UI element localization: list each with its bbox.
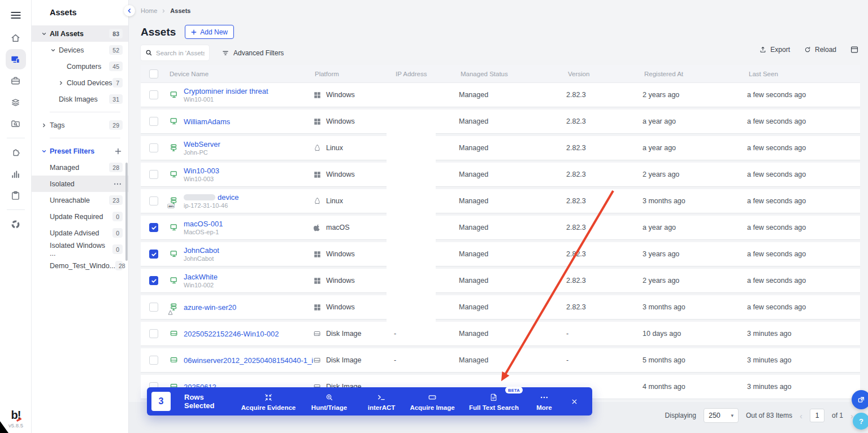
rail-assets-button[interactable] xyxy=(6,49,26,69)
row-checkbox[interactable] xyxy=(149,303,158,312)
advanced-filters-button[interactable]: Advanced Filters xyxy=(222,49,284,57)
table-row[interactable]: Cryptominer insider threatWin10-001 Wind… xyxy=(141,83,860,107)
item-menu-icon[interactable] xyxy=(114,182,121,186)
row-checkbox[interactable] xyxy=(149,90,158,99)
device-name-link[interactable]: Cryptominer insider threat xyxy=(184,87,268,95)
col-managed-status[interactable]: Managed Status xyxy=(459,71,566,77)
device-name-link[interactable]: azure-win-ser20 xyxy=(184,303,236,312)
rail-evidence-button[interactable] xyxy=(6,113,26,134)
bar-acquire-evidence-button[interactable]: Acquire Evidence xyxy=(237,387,300,415)
export-button[interactable]: Export xyxy=(759,46,790,54)
device-name-link[interactable]: JohnCabot xyxy=(184,246,219,255)
table-row[interactable]: azure-win-ser20 Windows Managed 2.82.3 3… xyxy=(141,295,860,320)
table-row[interactable]: JohnCabotJohnCabot Windows Managed 2.82.… xyxy=(141,242,860,266)
device-name-link[interactable]: WebServer xyxy=(184,140,220,148)
col-version[interactable]: Version xyxy=(566,71,643,77)
device-name-link[interactable]: WilliamAdams xyxy=(184,117,230,126)
page-size-select[interactable]: 250▾ xyxy=(704,408,739,423)
rail-tasks-button[interactable] xyxy=(6,185,26,205)
bar-more-button[interactable]: More xyxy=(527,387,561,415)
table-row[interactable]: awsdeviceip-172-31-10-46 Linux Managed 2… xyxy=(141,189,860,213)
row-checkbox[interactable] xyxy=(149,276,158,285)
col-ip-address[interactable]: IP Address xyxy=(394,71,459,77)
sidebar-item-cloud-devices[interactable]: Cloud Devices7 xyxy=(32,75,128,91)
feedback-fab-button[interactable] xyxy=(852,390,868,409)
bar-hunt-triage-button[interactable]: Hunt/Triage xyxy=(300,387,359,415)
row-checkbox[interactable] xyxy=(149,356,158,365)
rail-home-button[interactable] xyxy=(6,28,26,48)
rail-settings-button[interactable] xyxy=(6,214,26,234)
table-row[interactable]: Win10-003Win10-003 Windows Managed 2.82.… xyxy=(141,163,860,187)
table-row[interactable]: 06winserver2012_20250408154040-1_in Disk… xyxy=(141,348,860,373)
windows-icon xyxy=(313,170,322,179)
breadcrumb-home[interactable]: Home xyxy=(141,7,157,14)
bar-full-text-search-button[interactable]: Full Text SearchBETA xyxy=(461,387,527,415)
sidebar-item-disk-images[interactable]: Disk Images31 xyxy=(32,91,128,107)
reload-button[interactable]: Reload xyxy=(804,46,836,54)
page-number-input[interactable] xyxy=(810,409,824,422)
managed-status: Managed xyxy=(459,197,566,205)
row-checkbox[interactable] xyxy=(149,117,158,126)
device-name-link[interactable]: Win10-003 xyxy=(184,167,219,175)
col-registered-at[interactable]: Registered At xyxy=(643,71,747,77)
row-checkbox[interactable] xyxy=(149,143,158,152)
hunt-triage-icon xyxy=(325,393,334,402)
rail-cases-button[interactable] xyxy=(6,71,26,91)
sidebar-item-update-required[interactable]: Update Required0 xyxy=(32,208,128,225)
sidebar-collapse-button[interactable] xyxy=(124,5,135,16)
sidebar-item-tags[interactable]: Tags29 xyxy=(32,117,128,133)
monitor-icon xyxy=(170,250,179,259)
full-text-search-icon xyxy=(489,393,498,402)
sidebar-item-computers[interactable]: Computers45 xyxy=(32,58,128,75)
rail-integrations-button[interactable] xyxy=(6,142,26,163)
col-last-seen[interactable]: Last Seen xyxy=(747,71,860,77)
rail-acquisitions-button[interactable] xyxy=(6,92,26,112)
table-row[interactable]: WilliamAdams Windows Managed 2.82.3 a ye… xyxy=(141,110,860,134)
disk-icon xyxy=(170,356,179,365)
close-action-bar-button[interactable] xyxy=(569,393,579,409)
table-row[interactable]: 20250522152246-Win10-002 Disk Image - Ma… xyxy=(141,322,860,346)
bar-acquire-image-button[interactable]: Acquire Image xyxy=(404,387,461,415)
row-checkbox[interactable] xyxy=(149,329,158,338)
help-fab-button[interactable]: ? xyxy=(853,413,868,430)
row-checkbox[interactable] xyxy=(149,170,158,179)
device-name-link[interactable]: 20250522152246-Win10-002 xyxy=(184,330,279,338)
acquire-evidence-icon xyxy=(264,393,273,402)
row-checkbox[interactable] xyxy=(149,223,158,232)
col-device-name[interactable]: Device Name xyxy=(168,71,313,77)
prev-page-button[interactable]: ‹ xyxy=(800,411,802,421)
platform-label: Linux xyxy=(326,197,343,205)
sidebar-item-isolated[interactable]: Isolated xyxy=(32,176,128,192)
col-platform[interactable]: Platform xyxy=(313,71,394,77)
select-all-checkbox[interactable] xyxy=(149,69,158,78)
table-row[interactable]: JackWhiteWin10-002 Windows Managed 2.82.… xyxy=(141,269,860,293)
sidebar-scrollbar[interactable] xyxy=(125,163,128,261)
row-checkbox[interactable] xyxy=(149,250,158,259)
sidebar-item-managed[interactable]: Managed28 xyxy=(32,159,128,176)
device-name-link[interactable]: macOS-001 xyxy=(184,220,223,228)
column-settings-button[interactable] xyxy=(850,45,859,54)
managed-status: Managed xyxy=(459,330,566,338)
sidebar-item-unreachable[interactable]: Unreachable23 xyxy=(32,192,128,208)
add-preset-filter-button[interactable] xyxy=(115,148,121,155)
sidebar-item-preset-filters[interactable]: Preset Filters xyxy=(32,143,128,159)
row-checkbox[interactable] xyxy=(149,196,158,205)
rail-reports-button[interactable] xyxy=(6,164,26,184)
device-name-link[interactable]: JackWhite xyxy=(184,273,218,281)
platform-label: Windows xyxy=(326,170,355,178)
table-row[interactable]: macOS-001MacOS-ep-1 macOS Managed 2.82.3… xyxy=(141,216,860,240)
search-box[interactable] xyxy=(141,45,209,60)
add-new-button[interactable]: Add New xyxy=(185,25,234,39)
bar-interact-button[interactable]: interACT xyxy=(359,387,404,415)
table-row[interactable]: WebServerJohn-PC Linux Managed 2.82.3 a … xyxy=(141,136,860,160)
sidebar-item-all-assets[interactable]: All Assets83 xyxy=(32,25,128,42)
sidebar-item-update-advised[interactable]: Update Advised0 xyxy=(32,225,128,241)
device-name-link[interactable]: device xyxy=(184,193,239,202)
search-input[interactable] xyxy=(156,50,205,56)
sidebar-item-devices[interactable]: Devices52 xyxy=(32,42,128,58)
device-name-link[interactable]: 06winserver2012_20250408154040-1_in xyxy=(184,356,313,365)
sidebar-item-demo-test-windo[interactable]: Demo_Test_Windo...28 xyxy=(32,257,128,274)
monitor-icon xyxy=(170,117,179,126)
rail-menu-button[interactable] xyxy=(9,9,23,21)
sidebar-item-isolated-windows[interactable]: Isolated Windows ...0 xyxy=(32,241,128,257)
